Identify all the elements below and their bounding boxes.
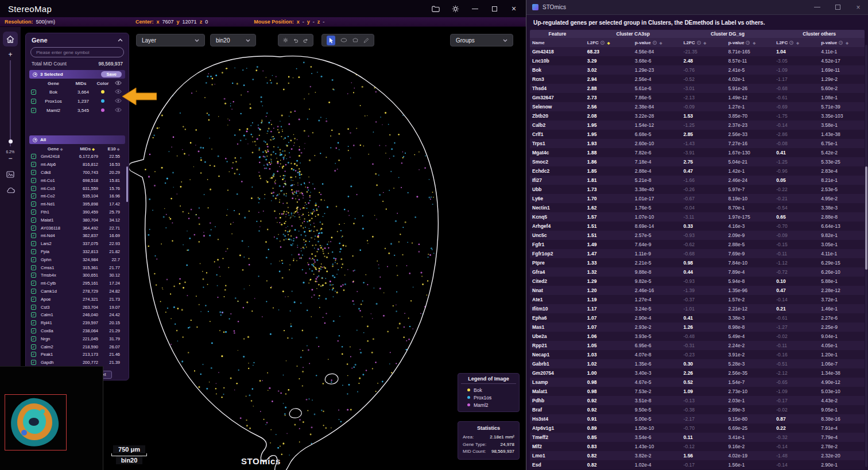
zoom-slider[interactable] [10,60,11,146]
de-table-row[interactable]: Zbtb202.083.22e-281.533.85e-70-1.753.35e… [530,111,865,121]
cursor-tool-button[interactable] [327,36,335,45]
gene-list-row[interactable]: ✓Apoe274,32121.73 [29,295,125,303]
de-table-row[interactable]: Braf0.929.50e-5-0.382.89e-3-0.029.05e-1 [530,405,865,414]
de-table-row[interactable]: Gm4241868.234.56e-84-21.358.71e-1651.044… [530,47,865,56]
de-table-row[interactable]: Pdhb0.923.51e-8-0.132.03e-1-0.174.43e-2 [530,396,865,405]
gene-checkbox[interactable]: ✓ [31,201,36,207]
de-table-row[interactable]: Lnc10b3.293.68e-62.488.57e-11-3.054.52e-… [530,56,865,65]
maximize-icon[interactable] [834,3,842,11]
de-table-row[interactable]: Rpp211.056.95e-6-0.312.24e-2-0.114.05e-1 [530,341,865,350]
de-table-row[interactable]: Mgat4c1.887.82e-6-3.911.67e-1300.415.42e… [530,148,865,157]
zoom-out-button[interactable]: − [8,155,12,162]
de-table-row[interactable]: Smoc21.867.18e-42.755.04e-21-1.255.33e-2… [530,157,865,166]
visibility-eye-icon[interactable] [112,108,125,113]
undo-icon[interactable] [293,37,299,44]
de-table-row[interactable]: Esd0.821.02e-4-0.171.56e-1-0.142.90e-1 [530,460,865,469]
gene-checkbox[interactable]: ✓ [31,241,36,246]
de-table-row[interactable]: Bok3.021.29e-23-0.762.41e-5-1.091.69e-11 [530,65,865,75]
de-table-row[interactable]: Ifi271.815.21e-8-1.662.46e-240.058.21e-1 [530,176,865,185]
zoom-slider-thumb[interactable] [9,139,13,143]
zoom-in-button[interactable]: + [8,51,12,58]
gene-list-row[interactable]: ✓Gapdh200,77221.39 [29,359,125,367]
de-table-row[interactable]: Thsd42.885.61e-6-3.015.91e-26-0.685.60e-… [530,84,865,93]
de-table-row[interactable]: Rcn32.942.56e-4-0.524.02e-1-1.171.29e-2 [530,75,865,84]
gene-checkbox[interactable]: ✓ [31,99,36,104]
image-layers-button[interactable] [6,171,15,178]
minimap-panel[interactable] [0,366,103,470]
de-table-row[interactable]: Cited21.299.82e-5-0.935.94e-80.105.88e-1 [530,277,865,286]
de-table-row[interactable]: Ate11.191.27e-4-0.371.57e-2-0.143.72e-1 [530,295,865,304]
gene-list-row[interactable]: ✓mt-Co2535,10416.96 [29,192,125,200]
de-table-row[interactable]: Ly6e1.701.01e-17-0.678.19e-10-0.214.95e-… [530,194,865,203]
open-folder-icon[interactable] [432,5,440,13]
selected-gene-row[interactable]: ✓Bok3,664 [29,87,125,96]
de-table-row[interactable]: Lmo10.823.82e-21.564.02e-19-1.482.32e-20 [530,451,865,460]
minimize-icon[interactable] [471,5,479,13]
gene-list-row[interactable]: ✓Cdk8700,74320.29 [29,169,125,177]
save-button[interactable]: Save [101,71,122,77]
de-table-row[interactable]: Nnat1.202.46e-16-1.391.35e-960.472.28e-1… [530,286,865,295]
gene-checkbox[interactable]: ✓ [31,265,36,270]
de-table-row[interactable]: Epha61.072.90e-40.413.38e-3-0.612.27e-6 [530,313,865,323]
gene-checkbox[interactable]: ✓ [31,360,36,365]
gene-checkbox[interactable]: ✓ [31,344,36,349]
sort-e10[interactable]: E10◆ [103,146,125,152]
gene-checkbox[interactable]: ✓ [31,233,36,238]
de-table-row[interactable]: Malat10.987.53e-21.092.73e-10-1.095.03e-… [530,387,865,396]
visibility-eye-icon[interactable] [112,81,125,86]
de-table-row[interactable]: Tmeff20.853.54e-60.113.41e-1-0.327.79e-4 [530,433,865,442]
gene-checkbox[interactable]: ✓ [31,336,36,341]
gene-list-row[interactable]: ✓Calm1246,04024.42 [29,311,125,319]
gene-checkbox[interactable]: ✓ [31,281,36,286]
gene-checkbox[interactable]: ✓ [31,186,36,191]
gene-list-row[interactable]: ✓mt-Co3631,55915.76 [29,184,125,192]
gene-list-row[interactable]: ✓Cst3263,70419.07 [29,303,125,311]
de-table-row[interactable]: Lsamp0.984.67e-50.521.54e-7-0.654.90e-12 [530,378,865,387]
gene-checkbox[interactable]: ✓ [31,193,36,199]
de-table-row[interactable]: Nectin11.621.76e-5-0.048.70e-1-0.543.38e… [530,203,865,212]
de-table-row[interactable]: Unc5c1.512.57e-5-0.932.09e-9-0.099.82e-1 [530,231,865,240]
redo-icon[interactable] [303,37,308,44]
gene-list-row[interactable]: ✓Fth1390,45925.79 [29,208,125,216]
layer-dropdown[interactable]: Layer [136,34,205,46]
gene-list-row[interactable]: ✓Lars2337,07522.93 [29,240,125,248]
gene-checkbox[interactable]: ✓ [31,108,36,113]
gene-list-row[interactable]: ✓Ppia332,81321.82 [29,248,125,256]
de-table-row[interactable]: Ubb1.733.38e-40-0.265.97e-7-0.222.53e-5 [530,185,865,194]
close-icon[interactable]: × [510,5,518,13]
de-table-row[interactable]: Selenow2.562.38e-84-0.091.27e-1-0.695.71… [530,102,865,111]
col-name[interactable]: Name [530,40,585,45]
de-table-row[interactable]: Gm326472.737.86e-5-2.131.49e-12-0.611.08… [530,93,865,102]
gene-checkbox[interactable]: ✓ [31,170,36,175]
gene-list-row[interactable]: ✓Calm2218,59026.07 [29,343,125,351]
de-table-row[interactable]: Crlf11.956.68e-52.852.56e-33-2.861.43e-3… [530,130,865,139]
gene-checkbox[interactable]: ✓ [31,90,36,95]
gene-checkbox[interactable]: ✓ [31,226,36,231]
minimize-icon[interactable] [813,3,821,11]
col-pvalue-ca3sp[interactable]: p-value?◆ [633,40,681,45]
gene-checkbox[interactable]: ✓ [31,178,36,183]
cloud-upload-button[interactable] [6,187,15,193]
gene-checkbox[interactable]: ✓ [31,297,36,302]
col-l2fc-dgsg[interactable]: L2FC?◆ [681,40,726,45]
gene-checkbox[interactable]: ✓ [31,217,36,223]
gene-list-row[interactable]: ✓Gm424186,172,67922.55 [29,153,125,161]
gene-list-row[interactable]: ✓Rpl41239,59720.15 [29,319,125,327]
sort-gene[interactable]: Gene◆ [38,146,72,152]
gene-list-row[interactable]: ✓Tmsb4x300,65130.12 [29,271,125,279]
gene-checkbox[interactable]: ✓ [31,257,36,262]
ellipse-select-icon[interactable] [340,37,347,43]
de-table-row[interactable]: Hs3st40.915.00e-5-2.179.15e-800.878.38e-… [530,414,865,424]
gene-list-scrollbar[interactable] [126,166,129,202]
selected-gene-row[interactable]: ✓Prox1os1,237 [29,96,125,106]
pen-tool-icon[interactable] [363,37,369,44]
de-table-row[interactable]: Gabrb11.021.35e-60.305.28e-3-0.511.06e-7 [530,359,865,368]
col-l2fc-ca3sp[interactable]: L2FC?◆ [585,40,633,45]
col-pvalue-others[interactable]: p-value?◆ [819,40,865,45]
gene-color-swatch[interactable] [94,99,112,104]
gene-checkbox[interactable]: ✓ [31,328,36,333]
gene-checkbox[interactable]: ✓ [31,209,36,215]
de-table-row[interactable]: Fgfr11.497.64e-9-0.622.88e-5-0.153.05e-1 [530,240,865,249]
gene-checkbox[interactable]: ✓ [31,305,36,310]
de-table-row[interactable]: Ube2a1.063.93e-5-0.485.49e-4-0.029.04e-1 [530,332,865,341]
